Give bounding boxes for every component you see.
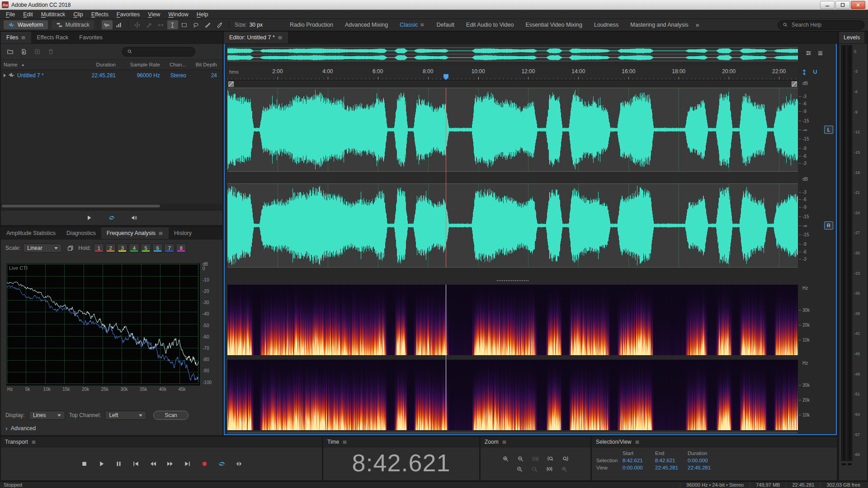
copy-settings-icon[interactable] (65, 244, 75, 253)
overview-waveform[interactable] (227, 47, 798, 61)
spectrogram-right-channel[interactable] (227, 360, 798, 430)
play-button[interactable] (95, 459, 107, 469)
hold-3-button[interactable]: 3 (117, 244, 127, 253)
skip-to-end-button[interactable] (181, 459, 193, 469)
disclosure-icon[interactable] (4, 74, 6, 77)
workspace-loudness[interactable]: Loudness (594, 22, 618, 28)
menu-effects[interactable]: Effects (87, 10, 113, 19)
column-bit-depth[interactable]: Bit Depth (186, 62, 217, 67)
tab-files[interactable]: Files (1, 32, 31, 43)
minimize-button[interactable] (820, 1, 835, 9)
loop-button[interactable] (216, 459, 227, 469)
menu-edit[interactable]: Edit (19, 10, 37, 19)
frequency-graph-canvas[interactable] (7, 264, 198, 384)
workspace-default[interactable]: Default (436, 22, 454, 28)
workspace-overflow-chevron[interactable]: » (696, 21, 699, 28)
waveform-right-channel[interactable] (227, 183, 798, 267)
tab-frequency-analysis[interactable]: Frequency Analysis (101, 227, 169, 239)
snap-icon[interactable] (811, 69, 819, 76)
tab-effects-rack[interactable]: Effects Rack (31, 32, 74, 43)
zoom-in-button[interactable] (500, 454, 511, 463)
hold-8-button[interactable]: 8 (176, 244, 186, 253)
file-row[interactable]: Untitled 7 * 22:45.281 96000 Hz Stereo 2… (1, 70, 222, 80)
tab-diagnostics[interactable]: Diagnostics (61, 227, 101, 239)
selection-end[interactable]: 8:42.621 (655, 458, 688, 463)
maximize-button[interactable] (835, 1, 850, 9)
fast-forward-button[interactable] (164, 459, 176, 469)
panel-menu-icon[interactable] (21, 35, 26, 40)
panel-menu-icon[interactable] (31, 440, 36, 445)
scale-select[interactable]: Linear (23, 244, 62, 253)
workspace-essential-video-mixing[interactable]: Essential Video Mixing (525, 22, 582, 28)
channel-right-button[interactable]: R (824, 221, 833, 230)
view-end[interactable]: 22:45.281 (655, 465, 688, 470)
view-start[interactable]: 0:00.000 (623, 465, 655, 470)
waveform-left-channel[interactable] (227, 88, 798, 172)
workspace-classic[interactable]: Classic (400, 22, 425, 28)
menu-view[interactable]: View (144, 10, 164, 19)
panel-menu-icon[interactable] (502, 440, 507, 445)
menu-help[interactable]: Help (193, 10, 212, 19)
display-select[interactable]: Lines (29, 411, 65, 420)
stop-button[interactable] (78, 459, 90, 469)
clip-indicator-right[interactable] (847, 463, 852, 466)
splitter-grip-icon[interactable] (497, 280, 528, 281)
hold-5-button[interactable]: 5 (141, 244, 151, 253)
panel-menu-icon[interactable] (342, 440, 347, 445)
multitrack-mode-button[interactable]: Multitrack (52, 20, 94, 29)
open-folder-icon[interactable] (5, 47, 15, 56)
play-button[interactable] (84, 213, 94, 222)
skip-selection-button[interactable] (233, 459, 245, 469)
workspace-advanced-mixing[interactable]: Advanced Mixing (345, 22, 388, 28)
channel-left-button[interactable]: L (824, 126, 833, 134)
menu-file[interactable]: File (2, 10, 19, 19)
editor-horizontal-scrollbar[interactable] (227, 431, 798, 434)
auto-play-speaker-button[interactable] (129, 213, 140, 222)
pause-button[interactable] (113, 459, 124, 469)
menu-clip[interactable]: Clip (69, 10, 87, 19)
scrollbar-thumb[interactable] (227, 432, 798, 434)
paintbrush-selection-tool-icon[interactable] (203, 20, 213, 29)
editor-options-icon[interactable] (815, 48, 826, 57)
panel-menu-icon[interactable] (158, 231, 163, 236)
zoom-selection-right-button[interactable] (544, 465, 555, 474)
menu-favorites[interactable]: Favorites (113, 10, 144, 19)
spectral-display-icon[interactable] (113, 20, 124, 29)
time-selection-tool-icon[interactable] (167, 20, 178, 29)
menu-window[interactable]: Window (164, 10, 192, 19)
help-search[interactable] (778, 20, 864, 30)
hold-4-button[interactable]: 4 (129, 244, 139, 253)
panel-menu-icon[interactable] (635, 440, 640, 445)
time-display[interactable]: 8:42.621 (323, 445, 479, 480)
panel-menu-icon[interactable] (278, 35, 283, 40)
column-name[interactable]: Name (4, 62, 18, 67)
workspace-menu-icon[interactable] (420, 23, 425, 27)
close-button[interactable] (851, 1, 865, 9)
fade-in-handle[interactable] (228, 81, 234, 87)
fade-out-handle[interactable] (792, 81, 797, 87)
marquee-selection-tool-icon[interactable] (179, 20, 190, 29)
workspace-edit-audio-to-video[interactable]: Edit Audio to Video (466, 22, 514, 28)
skip-to-start-button[interactable] (130, 459, 142, 469)
advanced-toggle[interactable]: › Advanced (5, 425, 36, 432)
scrollbar-thumb[interactable] (2, 205, 160, 207)
zoom-out-button[interactable] (515, 454, 526, 463)
vertical-zoom-icon[interactable] (801, 69, 808, 76)
tab-amplitude-statistics[interactable]: Amplitude Statistics (1, 227, 61, 239)
tab-history[interactable]: History (169, 227, 197, 239)
help-search-input[interactable] (791, 21, 859, 28)
view-duration[interactable]: 22:45.281 (688, 465, 726, 470)
spectrogram-left-channel[interactable] (227, 285, 798, 355)
playhead-line[interactable] (446, 88, 446, 267)
frequency-graph[interactable]: Live CTI (6, 263, 200, 385)
workspace-radio-production[interactable]: Radio Production (290, 22, 333, 28)
import-file-icon[interactable] (18, 47, 29, 56)
files-search-input[interactable] (135, 48, 190, 55)
playhead-line-spectral[interactable] (446, 285, 446, 430)
rewind-button[interactable] (147, 459, 159, 469)
size-value[interactable]: 30 px (250, 22, 263, 28)
column-sample-rate[interactable]: Sample Rate (116, 62, 160, 67)
editor-settings-icon[interactable] (803, 48, 814, 57)
selection-start[interactable]: 8:42.621 (623, 458, 655, 463)
hold-1-button[interactable]: 1 (94, 244, 104, 253)
